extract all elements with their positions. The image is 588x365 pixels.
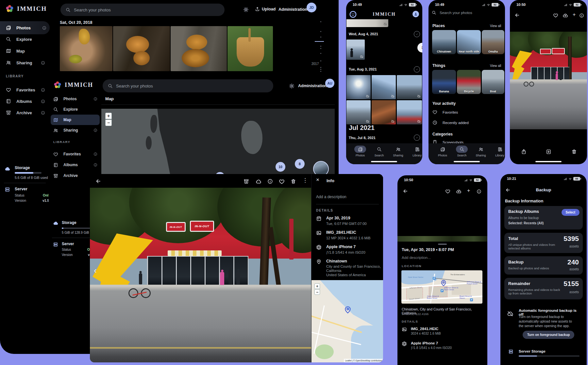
activity-favorites-row[interactable]: Favorites — [432, 110, 458, 115]
sidebar-item-sharing[interactable]: Sharing — [6, 56, 45, 69]
info-circle-icon[interactable] — [41, 61, 45, 65]
search-input[interactable]: Search your photos — [432, 10, 472, 15]
places-view-all[interactable]: View all — [490, 24, 501, 28]
favorite-heart-icon[interactable] — [445, 189, 450, 194]
tab-sharing[interactable]: Sharing — [471, 146, 490, 157]
info-circle-icon[interactable] — [41, 111, 45, 115]
map-cluster-marker[interactable]: 10 — [276, 162, 285, 172]
sidebar-item-explore[interactable]: Explore — [53, 104, 97, 115]
turn-on-backup-button[interactable]: Turn on foreground backup — [523, 331, 574, 339]
photo-thumbnail[interactable] — [113, 26, 170, 71]
user-avatar[interactable]: AU — [325, 79, 334, 88]
photo-thumbnail[interactable] — [346, 100, 371, 124]
tab-photos[interactable]: Photos — [433, 146, 452, 157]
add-icon[interactable]: + — [573, 12, 576, 18]
place-tile-omaha[interactable]: Omaha — [482, 30, 504, 54]
info-circle-icon[interactable] — [41, 99, 45, 103]
map-attribution[interactable]: Leaflet | © OpenStreetMap contributors — [344, 359, 383, 362]
info-circle-icon[interactable] — [579, 13, 584, 18]
select-day-check-icon[interactable] — [414, 66, 420, 72]
photo-thumbnail[interactable] — [346, 75, 371, 99]
trash-icon[interactable] — [291, 179, 296, 184]
sidebar-item-photos[interactable]: Photos — [53, 94, 97, 104]
map-zoom-in-button[interactable]: + — [105, 113, 112, 119]
info-circle-icon[interactable] — [267, 179, 273, 184]
activity-recently-added-row[interactable]: Recently added — [432, 120, 469, 125]
sidebar-item-favorites[interactable]: Favorites — [6, 83, 45, 96]
sidebar-item-sharing[interactable]: Sharing — [53, 125, 97, 135]
minimap-zoom-out[interactable]: − — [314, 289, 320, 295]
thing-tile-bicycle[interactable]: Bicycle — [457, 70, 481, 94]
sidebar-item-archive[interactable]: Archive — [6, 106, 45, 119]
theme-toggle-sun-icon[interactable] — [289, 83, 294, 89]
info-circle-icon[interactable] — [41, 88, 45, 92]
back-arrow-icon[interactable] — [514, 12, 520, 18]
photo-stage[interactable]: IN-N-OUT IN-N-OUT ‹ — [90, 188, 311, 362]
location-mini-map[interactable]: + − Leaflet | © OpenStreetMap contributo… — [311, 280, 383, 362]
user-avatar[interactable]: JD — [307, 3, 316, 12]
tab-search[interactable]: Search — [452, 146, 471, 157]
theme-toggle-sun-icon[interactable] — [243, 7, 249, 12]
tab-library[interactable]: Library — [490, 146, 505, 157]
add-icon[interactable]: + — [467, 188, 470, 194]
detail-sheet-handle[interactable] — [438, 244, 447, 245]
prev-photo-chevron[interactable]: ‹ — [94, 265, 97, 276]
favorite-heart-icon[interactable] — [553, 13, 558, 18]
thing-tile-boat[interactable]: Boat — [482, 70, 504, 94]
timeline-drag-scrubber[interactable]: ▲▼ — [417, 43, 422, 53]
sidebar-item-favorites[interactable]: Favorites — [53, 149, 97, 159]
thing-tile-banana[interactable]: Banana — [432, 70, 456, 94]
cloud-upload-icon[interactable] — [563, 13, 568, 18]
photo-content[interactable] — [510, 32, 587, 129]
select-day-check-icon[interactable] — [414, 31, 420, 37]
immich-logo[interactable]: IMMICH — [53, 81, 93, 89]
administration-link[interactable]: Administration — [278, 7, 307, 12]
sidebar-item-map-active[interactable]: Map — [51, 115, 100, 125]
sidebar-item-albums[interactable]: Albums — [53, 160, 97, 170]
cloud-icon[interactable] — [256, 179, 261, 184]
info-circle-icon[interactable] — [93, 97, 97, 101]
tab-sharing[interactable]: Sharing — [389, 146, 408, 157]
sidebar-item-photos[interactable]: Photos — [0, 21, 50, 34]
tab-photos[interactable]: Photos — [351, 146, 370, 157]
things-view-all[interactable]: View all — [490, 64, 501, 68]
immich-logo[interactable]: IMMICH — [5, 4, 47, 13]
map-cluster-marker[interactable]: 8 — [295, 159, 305, 169]
place-tile-chinatown[interactable]: Chinatown — [432, 30, 456, 54]
add-description-input[interactable]: Add description... — [402, 256, 431, 260]
profile-avatar[interactable] — [412, 11, 419, 17]
trash-icon[interactable] — [571, 149, 577, 154]
sidebar-item-albums[interactable]: Albums — [6, 95, 45, 108]
select-day-check-icon[interactable] — [414, 135, 420, 141]
select-button[interactable]: Select — [562, 209, 580, 216]
download-icon[interactable] — [546, 149, 551, 154]
photo-bottom-sliver[interactable] — [397, 236, 487, 242]
photo-thumbnail[interactable] — [60, 26, 112, 71]
tab-search[interactable]: Search — [370, 146, 389, 157]
photo-thumbnail[interactable] — [372, 75, 396, 99]
more-options-icon[interactable]: ⋮ — [302, 177, 308, 184]
info-circle-icon[interactable] — [93, 152, 97, 156]
minimap-zoom-in[interactable]: + — [314, 283, 320, 289]
sidebar-item-explore[interactable]: Explore — [6, 33, 45, 46]
photo-thumbnail[interactable] — [372, 100, 396, 124]
administration-link[interactable]: Administration — [298, 84, 327, 88]
share-icon[interactable] — [521, 149, 527, 154]
search-input[interactable]: Search your photos — [103, 79, 273, 92]
photo-thumbnail[interactable] — [397, 100, 422, 124]
close-icon[interactable]: × — [316, 177, 319, 183]
upload-button[interactable]: Upload — [255, 7, 276, 11]
place-tile-near-north-side[interactable]: Near north side — [457, 30, 481, 54]
photo-thumbnail[interactable] — [227, 26, 273, 71]
back-arrow-icon[interactable] — [95, 178, 101, 184]
location-map[interactable]: The Embarcadero Hyde Street Harbor Jeffe… — [401, 270, 482, 304]
info-circle-icon[interactable] — [93, 163, 97, 167]
favorite-heart-icon[interactable] — [279, 179, 285, 184]
sidebar-item-map[interactable]: Map — [6, 44, 45, 57]
archive-icon[interactable] — [244, 179, 249, 184]
partial-photo[interactable] — [346, 19, 388, 27]
photo-thumbnail[interactable] — [397, 75, 422, 99]
add-description-input[interactable]: Add a description — [316, 195, 346, 199]
tab-library[interactable]: Library — [408, 146, 422, 157]
search-input[interactable]: Search your photos — [60, 4, 225, 16]
